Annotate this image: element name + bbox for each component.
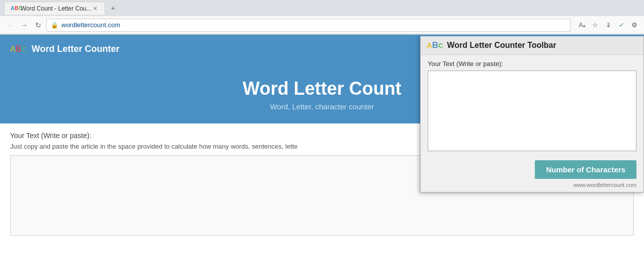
star-icon[interactable]: ☆ (590, 20, 601, 31)
translate-icon[interactable]: Aₒ (577, 20, 588, 31)
address-bar[interactable]: 🔒 wordlettercount.com (46, 19, 571, 32)
toolbar-overlay: ABC Word Letter Counter Toolbar Your Tex… (420, 35, 644, 192)
toolbar-header: ABC Word Letter Counter Toolbar (421, 36, 643, 55)
logo-letter-c: C (22, 45, 27, 53)
toolbar-footer: Number of Characters (421, 156, 643, 182)
tab-title: Word Count - Letter Cou... (21, 5, 92, 12)
navigation-bar: ← → ↻ 🔒 wordlettercount.com Aₒ ☆ ⇓ ✓ ⚙ (0, 16, 644, 34)
browser-toolbar-icons: Aₒ ☆ ⇓ ✓ ⚙ (577, 20, 640, 31)
website-content: ABC Word Letter Counter Word Letter Coun… (0, 35, 644, 258)
browser-chrome: ABC Word Count - Letter Cou... ✕ + ← → ↻… (0, 0, 644, 35)
logo-letter-a: A (10, 45, 16, 53)
new-tab-button[interactable]: + (107, 2, 119, 14)
back-button[interactable]: ← (4, 19, 16, 31)
toolbar-logo: ABC (427, 40, 443, 50)
reload-button[interactable]: ↻ (32, 19, 44, 31)
toolbar-url: www.wordlettercount.com (421, 182, 643, 192)
url-text: wordlettercount.com (61, 21, 120, 29)
forward-button[interactable]: → (18, 19, 30, 31)
tab-close-button[interactable]: ✕ (92, 5, 99, 12)
toolbar-label: Your Text (Write or paste): (428, 60, 636, 68)
menu-icon[interactable]: ⚙ (629, 20, 640, 31)
toolbar-text-input[interactable] (428, 71, 636, 151)
logo-letter-b: B (16, 44, 22, 54)
title-bar: ABC Word Count - Letter Cou... ✕ + (0, 0, 644, 16)
browser-tab[interactable]: ABC Word Count - Letter Cou... ✕ (4, 2, 105, 15)
toolbar-body: Your Text (Write or paste): (421, 55, 643, 156)
logo-icon: ABC (10, 44, 27, 54)
check-icon[interactable]: ✓ (616, 20, 627, 31)
toolbar-title: Word Letter Counter Toolbar (447, 41, 556, 50)
download-icon[interactable]: ⇓ (603, 20, 614, 31)
lock-icon: 🔒 (51, 22, 58, 29)
number-of-characters-button[interactable]: Number of Characters (535, 160, 636, 179)
tab-favicon: ABC (11, 5, 18, 12)
site-title: Word Letter Counter (32, 44, 120, 54)
site-logo: ABC Word Letter Counter (10, 44, 119, 54)
